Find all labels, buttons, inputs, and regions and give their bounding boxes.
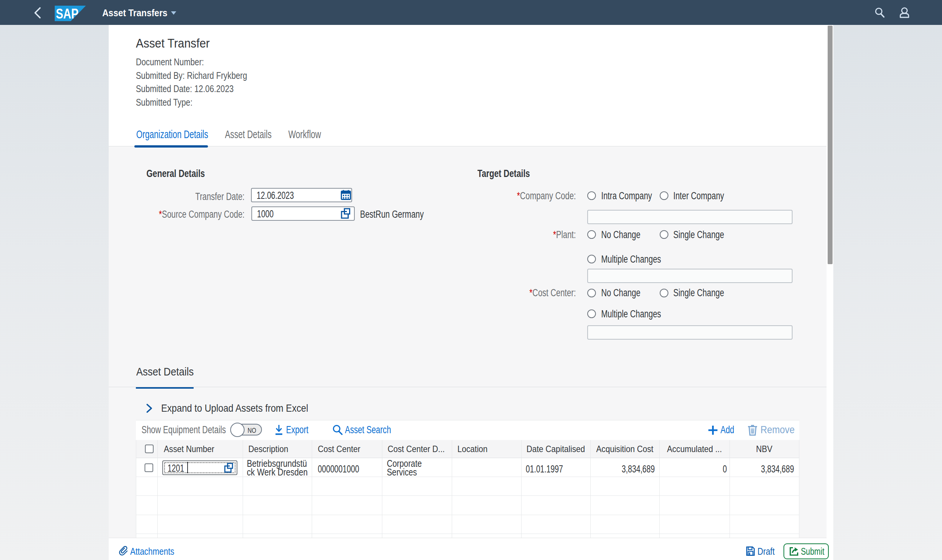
svg-text:SAP: SAP <box>56 6 78 21</box>
